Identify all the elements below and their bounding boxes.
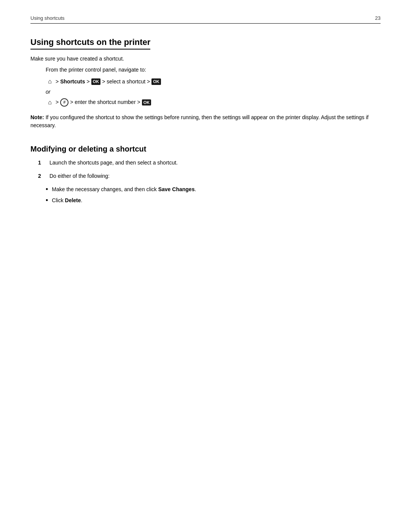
page-number: 23 [375,15,381,21]
bullet-dot-1: • [46,185,48,194]
section-modifying: Modifying or deleting a shortcut 1 Launc… [30,145,381,205]
step-2-text: Do either of the following: [49,172,110,180]
section2-title: Modifying or deleting a shortcut [30,145,381,153]
bullet-dot-2: • [46,197,48,205]
header-bar: Using shortcuts 23 [30,15,381,24]
note-text: If you configured the shortcut to show t… [30,114,368,128]
delete-label: Delete [65,197,81,203]
nav1-gt3: > select a shortcut > [102,77,150,86]
bullet-1-after: . [194,186,196,192]
nav2-text: > enter the shortcut number > [70,97,140,107]
header-left-label: Using shortcuts [30,15,65,21]
ok-badge-1: OK [91,78,101,85]
nav2-gt1: > [56,97,59,107]
note-block: Note: If you configured the shortcut to … [30,113,381,129]
or-text: or [46,87,381,97]
ok-badge-2: OK [151,78,161,85]
save-changes-label: Save Changes [158,186,195,192]
nav1-gt1: > [56,77,59,86]
bullet-2-before: Click [52,197,65,203]
nav-block: From the printer control panel, navigate… [46,66,381,107]
nav-path2: ⌂ > # > enter the shortcut number > OK [46,97,381,107]
nav1-gt2: > [87,77,90,86]
number-icon: # [60,98,68,107]
bullet-list: • Make the necessary changes, and then c… [46,185,381,205]
step-1: 1 Launch the shortcuts page, and then se… [38,159,381,167]
bullet-1-before: Make the necessary changes, and then cli… [52,186,158,192]
bullet-2-after: . [81,197,83,203]
bullet-item-2: • Click Delete. [46,197,381,205]
section-using-shortcuts: Using shortcuts on the printer Make sure… [30,37,381,129]
bullet-1-text: Make the necessary changes, and then cli… [52,185,196,193]
page-container: Using shortcuts 23 Using shortcuts on th… [0,0,411,243]
step-1-number: 1 [38,159,44,167]
numbered-list: 1 Launch the shortcuts page, and then se… [38,159,381,180]
bullet-2-text: Click Delete. [52,197,82,204]
step-2-number: 2 [38,172,44,180]
section1-intro: Make sure you have created a shortcut. [30,55,381,63]
step-1-text: Launch the shortcuts page, and then sele… [49,159,178,167]
ok-badge-3: OK [142,99,151,105]
home-icon-1: ⌂ [46,78,54,86]
shortcuts-label: Shortcuts [60,77,85,86]
note-label: Note: [30,114,44,120]
nav-intro: From the printer control panel, navigate… [46,66,381,74]
bullet-item-1: • Make the necessary changes, and then c… [46,185,381,194]
section1-title: Using shortcuts on the printer [30,37,150,50]
step-2: 2 Do either of the following: [38,172,381,180]
nav-path1: ⌂ > Shortcuts > OK > select a shortcut >… [46,77,381,86]
home-icon-2: ⌂ [46,98,54,107]
